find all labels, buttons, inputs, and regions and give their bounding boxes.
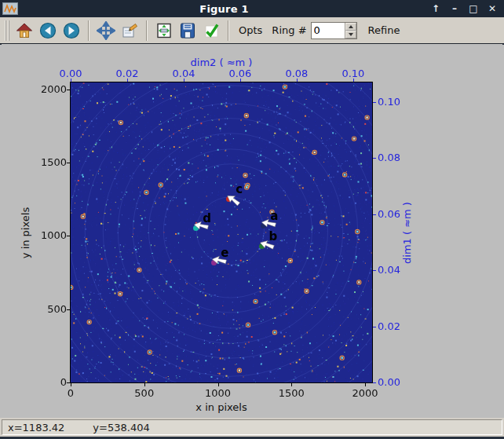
x-tick-label: 2000 [352,387,378,399]
top-tick-mark [184,79,184,82]
y-tick-label: 0 [27,376,67,388]
right-tick-label: 0.08 [378,152,400,163]
peak-label-a: a [270,210,278,222]
spin-up-button[interactable] [345,23,356,31]
toolbar-handle[interactable] [5,20,9,41]
home-icon [15,21,34,40]
back-button[interactable] [37,20,59,42]
right-tick-mark [373,382,376,383]
close-button[interactable]: ✕ [487,1,498,16]
x-tick-mark [291,383,292,386]
down-arrow-icon [349,33,353,36]
window-title: Figure 1 [18,3,430,15]
up-arrow-icon [349,25,353,28]
forward-icon [62,21,81,40]
x-tick-mark [365,383,366,386]
x-tick-mark [71,383,71,386]
minimize-button[interactable]: – [449,1,460,16]
x-tick-mark [144,383,145,386]
configure-subplots-button[interactable] [153,20,175,42]
right-tick-label: 0.04 [378,264,400,276]
top-tick-label: 0.08 [285,68,308,79]
opts-button[interactable]: Opts [239,24,262,36]
x-tick-label: 1000 [205,387,231,399]
right-tick-label: 0.10 [378,96,400,108]
peak-label-c: c [236,184,243,196]
home-button[interactable] [13,20,35,42]
right-axis-title: dim1 ( ≈m ) [401,198,413,269]
top-tick-mark [297,79,298,82]
x-tick-label: 500 [134,387,154,399]
spin-down-button[interactable] [345,31,356,38]
peak-label-e: e [221,247,228,259]
right-tick-label: 0.00 [378,376,400,388]
toolbar-separator [228,20,229,41]
top-tick-mark [127,79,128,82]
top-tick-label: 0.10 [341,68,364,79]
ring-number-spinbox [311,22,357,39]
peak-label-b: b [268,231,277,243]
top-tick-mark [240,79,241,82]
window-titlebar[interactable]: Figure 1 ↑–□✕ [0,0,504,17]
y-tick-mark [67,309,70,310]
cursor-y-value: y=538.404 [93,422,149,434]
edit-button[interactable] [119,20,141,42]
right-tick-label: 0.02 [378,320,400,332]
ring-number-label: Ring # [272,24,306,36]
figure-canvas-area: abcde x in pixels y in pixels dim2 ( ≈m … [0,45,504,418]
status-bar: x=1183.42 y=538.404 [0,418,504,437]
x-tick-label: 0 [68,387,74,399]
top-tick-label: 0.04 [172,68,195,79]
plot-axes: abcde [70,82,373,383]
top-tick-label: 0.06 [228,68,251,79]
y-tick-label: 2000 [27,83,67,95]
pan-icon [97,21,115,40]
x-axis-title: x in pixels [195,401,247,413]
forward-button[interactable] [60,20,82,42]
toolbar-separator [146,20,148,41]
edit-pencil-icon [120,21,139,40]
right-tick-mark [373,102,376,103]
configure-subplots-icon [155,21,173,40]
right-tick-mark [373,270,376,271]
figure-toolbar: Opts Ring # Refine [0,17,504,44]
pan-button[interactable] [95,20,117,42]
top-tick-mark [71,79,71,82]
save-button[interactable] [177,20,199,42]
maximize-button[interactable]: □ [468,1,479,16]
y-tick-label: 1000 [27,229,67,241]
right-tick-mark [373,327,376,327]
y-tick-mark [67,382,70,383]
check-icon [202,21,221,40]
x-tick-label: 1500 [279,387,305,399]
back-icon [38,21,57,40]
right-tick-label: 0.06 [378,208,400,220]
window-controls: ↑–□✕ [430,1,498,16]
app-icon [2,2,18,15]
cursor-x-value: x=1183.42 [8,422,64,434]
ring-number-input[interactable] [312,24,345,38]
shade-button[interactable]: ↑ [430,1,441,16]
right-tick-mark [373,214,376,215]
y-tick-label: 1500 [27,156,67,168]
cursor-position-panel: x=1183.42 y=538.404 [2,419,502,435]
top-tick-mark [353,79,354,82]
top-axis-title: dim2 ( ≈m ) [191,57,253,68]
apply-check-button[interactable] [200,20,222,42]
top-tick-label: 0.00 [60,68,82,79]
plot-overlay: abcde [71,82,372,382]
peak-label-d: d [203,213,211,225]
y-tick-mark [67,90,70,90]
figure-window: Figure 1 ↑–□✕ [0,0,504,439]
y-tick-label: 500 [27,303,67,315]
refine-button[interactable]: Refine [368,24,400,36]
toolbar-separator [88,20,89,41]
top-tick-label: 0.02 [115,68,138,79]
right-tick-mark [373,158,376,159]
save-icon [178,21,197,40]
x-tick-mark [218,383,219,386]
y-tick-mark [67,163,70,163]
y-tick-mark [67,236,70,236]
